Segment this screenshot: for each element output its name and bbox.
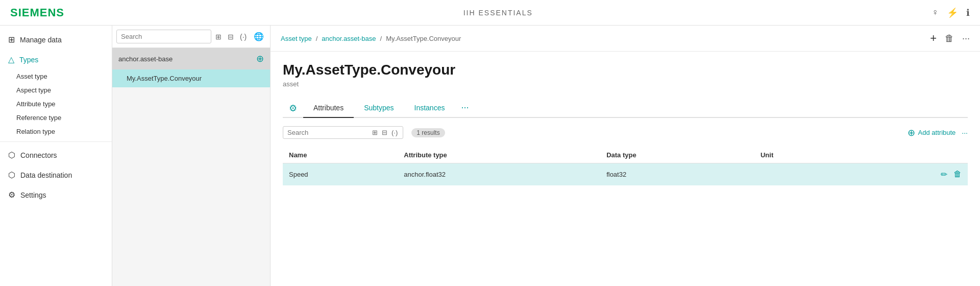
add-button[interactable]: + xyxy=(930,32,937,45)
sidebar-item-data-destination-label: Data destination xyxy=(20,171,72,179)
tab-subtypes[interactable]: Subtypes xyxy=(354,99,404,118)
page-subtitle: asset xyxy=(283,80,968,88)
col-name: Name xyxy=(283,147,398,163)
sidebar-item-settings[interactable]: ⚙ Settings xyxy=(0,185,112,205)
tree-item-anchor-asset-base-label: anchor.asset-base xyxy=(118,55,173,63)
add-attribute-button[interactable]: ⊕ Add attribute xyxy=(908,127,956,138)
col-data-type: Data type xyxy=(600,147,754,163)
breadcrumb-current: My.AssetType.Conveyour xyxy=(386,35,461,42)
sidebar-item-manage-data[interactable]: ⊞ Manage data xyxy=(0,30,112,50)
attribute-search: ⊞ ⊟ (·) xyxy=(283,126,403,139)
delete-button[interactable]: 🗑 xyxy=(945,33,954,44)
data-destination-icon: ⬡ xyxy=(8,170,15,180)
table-row: Speed anchor.float32 float32 ✏ 🗑 xyxy=(283,163,968,186)
filter-icon[interactable]: ⊞ xyxy=(213,32,224,42)
expand-icon[interactable]: (·) xyxy=(238,32,249,42)
content-panel: Asset type / anchor.asset-base / My.Asse… xyxy=(271,26,980,286)
row-actions: ✏ 🗑 xyxy=(846,163,968,186)
middle-panel: ⊞ ⊟ (·) 🌐 anchor.asset-base ⊕ My.AssetTy… xyxy=(112,26,271,286)
breadcrumb-sep-2: / xyxy=(380,35,382,42)
attribute-table: Name Attribute type Data type Unit Speed… xyxy=(283,147,968,185)
sidebar-item-settings-label: Settings xyxy=(20,191,46,199)
breadcrumb-sep-1: / xyxy=(316,35,318,42)
tab-attributes[interactable]: Attributes xyxy=(303,99,354,118)
search-input[interactable] xyxy=(116,30,211,43)
table-more-button[interactable]: ··· xyxy=(962,129,968,137)
notification-icon[interactable]: ♀ xyxy=(932,7,939,18)
attribute-search-input[interactable] xyxy=(287,129,369,136)
sidebar-sub-item-relation-type[interactable]: Relation type xyxy=(0,125,112,138)
main-layout: ⊞ Manage data △ Types Asset type Aspect … xyxy=(0,26,980,286)
sidebar-sub-item-attribute-type[interactable]: Attribute type xyxy=(0,97,112,111)
sidebar-item-connectors[interactable]: ⬡ Connectors xyxy=(0,145,112,165)
row-attribute-type: anchor.float32 xyxy=(398,163,600,186)
breadcrumb-left: Asset type / anchor.asset-base / My.Asse… xyxy=(281,35,461,42)
sidebar-sub-item-aspect-type[interactable]: Aspect type xyxy=(0,83,112,97)
sub-search-row: ⊞ ⊟ (·) 1 results ⊕ Add attribute ··· xyxy=(283,126,968,139)
manage-data-icon: ⊞ xyxy=(8,35,15,44)
row-unit xyxy=(754,163,846,186)
settings-icon: ⚙ xyxy=(8,190,15,200)
breadcrumb: Asset type / anchor.asset-base / My.Asse… xyxy=(271,26,980,52)
add-child-icon[interactable]: ⊕ xyxy=(256,53,264,64)
add-attribute-label: Add attribute xyxy=(918,129,956,136)
topbar: SIEMENS IIH ESSENTIALS ♀ ⚡ ℹ xyxy=(0,0,980,26)
tabs: ⚙ Attributes Subtypes Instances ··· xyxy=(283,98,968,118)
topbar-icons: ♀ ⚡ ℹ xyxy=(932,7,970,18)
col-actions xyxy=(846,147,968,163)
row-data-type: float32 xyxy=(600,163,754,186)
page-title: My.AssetType.Conveyour xyxy=(283,62,968,78)
breadcrumb-asset-type[interactable]: Asset type xyxy=(281,35,312,42)
info-icon[interactable]: ℹ xyxy=(966,7,970,18)
sidebar-sub-item-reference-type[interactable]: Reference type xyxy=(0,111,112,125)
siemens-logo: SIEMENS xyxy=(10,6,64,19)
sub-search-actions: ⊕ Add attribute ··· xyxy=(908,127,968,138)
row-name: Speed xyxy=(283,163,398,186)
breadcrumb-anchor-asset-base[interactable]: anchor.asset-base xyxy=(322,35,376,42)
search-bar: ⊞ ⊟ (·) 🌐 xyxy=(112,26,270,48)
sidebar: ⊞ Manage data △ Types Asset type Aspect … xyxy=(0,26,112,286)
sidebar-item-data-destination[interactable]: ⬡ Data destination xyxy=(0,165,112,185)
app-title: IIH ESSENTIALS xyxy=(463,9,533,17)
table-header-row: Name Attribute type Data type Unit xyxy=(283,147,968,163)
sidebar-item-types-label: Types xyxy=(19,56,38,64)
breadcrumb-actions: + 🗑 ··· xyxy=(930,32,970,45)
sidebar-item-manage-data-label: Manage data xyxy=(20,36,62,44)
col-unit: Unit xyxy=(754,147,846,163)
tab-gear[interactable]: ⚙ xyxy=(283,99,303,118)
globe-icon[interactable]: 🌐 xyxy=(251,31,267,42)
tree-item-my-assettype-conveyour[interactable]: My.AssetType.Conveyour xyxy=(112,69,270,87)
sidebar-item-connectors-label: Connectors xyxy=(20,151,57,159)
tree-item-anchor-asset-base[interactable]: anchor.asset-base ⊕ xyxy=(112,48,270,69)
tab-more[interactable]: ··· xyxy=(455,98,475,117)
sidebar-sub-item-asset-type[interactable]: Asset type xyxy=(0,69,112,83)
help-icon[interactable]: ⚡ xyxy=(947,7,958,18)
sidebar-item-types[interactable]: △ Types xyxy=(0,50,112,69)
content-body: My.AssetType.Conveyour asset ⚙ Attribute… xyxy=(271,52,980,286)
attr-layout-icon[interactable]: ⊟ xyxy=(381,129,388,136)
sidebar-divider-1 xyxy=(0,141,112,142)
tree-item-my-assettype-conveyour-label: My.AssetType.Conveyour xyxy=(127,75,202,82)
attr-filter-icon[interactable]: ⊞ xyxy=(371,129,379,136)
results-badge: 1 results xyxy=(411,128,445,137)
edit-row-button[interactable]: ✏ xyxy=(941,170,947,179)
add-attribute-icon: ⊕ xyxy=(908,127,915,138)
delete-row-button[interactable]: 🗑 xyxy=(953,170,962,179)
tab-instances[interactable]: Instances xyxy=(404,99,455,118)
connectors-icon: ⬡ xyxy=(8,150,15,160)
more-actions-button[interactable]: ··· xyxy=(962,33,970,44)
col-attribute-type: Attribute type xyxy=(398,147,600,163)
layout-icon[interactable]: ⊟ xyxy=(226,32,236,42)
attr-expand-icon[interactable]: (·) xyxy=(390,129,399,136)
types-icon: △ xyxy=(8,55,14,64)
